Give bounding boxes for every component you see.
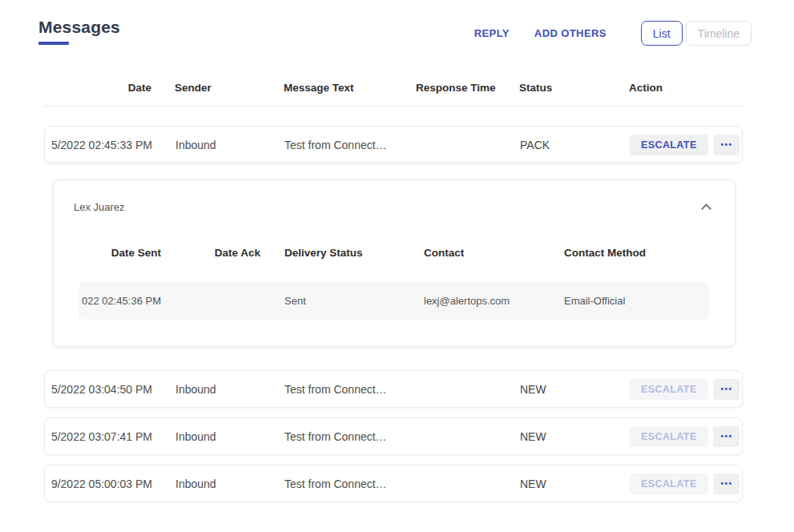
more-options-button[interactable]: ••• [713,474,740,494]
message-text: Test from Connect… [284,139,417,151]
message-sender: Inbound [152,383,284,396]
message-date: 5/2022 03:04:50 PM [45,383,152,396]
message-text: Test from Connect… [284,383,417,396]
collapse-button[interactable] [699,200,715,213]
recipient-name: Lex Juarez [74,201,125,213]
message-date: 9/2022 05:00:03 PM [45,478,152,490]
table-header-row: Date Sender Message Text Response Time S… [44,46,743,107]
column-header-sender: Sender [151,82,284,94]
delivery-contact-method: Email-Official [564,295,709,307]
message-sender: Inbound [152,430,284,443]
messages-table: Date Sender Message Text Response Time S… [44,46,743,502]
delivery-detail-panel: Lex Juarez Date Sent Date Ack Delivery S… [53,179,736,347]
column-header-contact: Contact [424,247,564,259]
status-text: NEW [520,478,630,490]
delivery-contact: lexj@alertops.com [424,295,564,307]
message-text: Test from Connect… [284,430,417,443]
message-row[interactable]: 5/2022 03:04:50 PM Inbound Test from Con… [44,370,743,408]
escalate-button[interactable]: ESCALATE [630,135,708,155]
row-actions: ESCALATE ••• [630,135,742,155]
column-header-delivery-status: Delivery Status [260,247,424,259]
more-options-button[interactable]: ••• [713,426,740,447]
page-title: Messages [38,18,120,37]
view-toggle-list-button[interactable]: List [641,21,683,46]
message-date: 5/2022 02:45:33 PM [45,139,152,151]
column-header-date: Date [44,82,151,94]
add-others-button[interactable]: ADD OTHERS [533,22,608,44]
row-actions: ESCALATE ••• [630,474,742,494]
more-options-button[interactable]: ••• [713,135,740,155]
column-header-contact-method: Contact Method [564,247,735,259]
chevron-up-icon [701,204,711,214]
status-text: NEW [520,430,630,443]
title-accent-underline [38,42,69,45]
delivery-date-sent: 022 02:45:36 PM [79,295,161,307]
ellipsis-icon: ••• [719,385,733,393]
message-text: Test from Connect… [284,478,417,490]
toolbar: REPLY ADD OTHERS List Timeline [473,21,752,46]
column-header-message-text: Message Text [284,82,416,94]
ellipsis-icon: ••• [719,480,733,488]
ellipsis-icon: ••• [719,141,733,149]
column-header-date-sent: Date Sent [54,247,161,259]
delivery-row: 022 02:45:36 PM Sent lexj@alertops.com E… [79,281,709,320]
more-options-button[interactable]: ••• [713,379,740,400]
view-toggle-timeline-button[interactable]: Timeline [686,21,752,46]
delivery-status: Sent [260,295,424,307]
escalate-button[interactable]: ESCALATE [630,426,708,447]
message-sender: Inbound [152,139,284,151]
column-header-response-time: Response Time [416,82,519,94]
column-header-status: Status [519,82,629,94]
escalate-button[interactable]: ESCALATE [630,474,708,494]
message-row[interactable]: 9/2022 05:00:03 PM Inbound Test from Con… [44,465,743,502]
message-row[interactable]: 5/2022 03:07:41 PM Inbound Test from Con… [44,417,743,455]
status-text: NEW [520,383,630,396]
message-date: 5/2022 03:07:41 PM [45,430,152,443]
status-text: PACK [520,139,630,151]
escalate-button[interactable]: ESCALATE [630,379,708,400]
reply-button[interactable]: REPLY [473,22,511,44]
column-header-action: Action [629,82,743,94]
message-sender: Inbound [152,478,284,490]
column-header-date-ack: Date Ack [161,247,260,259]
top-bar: Messages REPLY ADD OTHERS List Timeline [0,0,794,46]
panel-header: Lex Juarez [54,180,735,213]
message-row[interactable]: 5/2022 02:45:33 PM Inbound Test from Con… [44,126,743,163]
row-actions: ESCALATE ••• [630,379,742,400]
ellipsis-icon: ••• [719,433,733,441]
page-title-block: Messages [38,18,120,45]
row-actions: ESCALATE ••• [630,426,742,447]
view-toggle: List Timeline [641,21,752,46]
panel-header-row: Date Sent Date Ack Delivery Status Conta… [54,247,735,259]
